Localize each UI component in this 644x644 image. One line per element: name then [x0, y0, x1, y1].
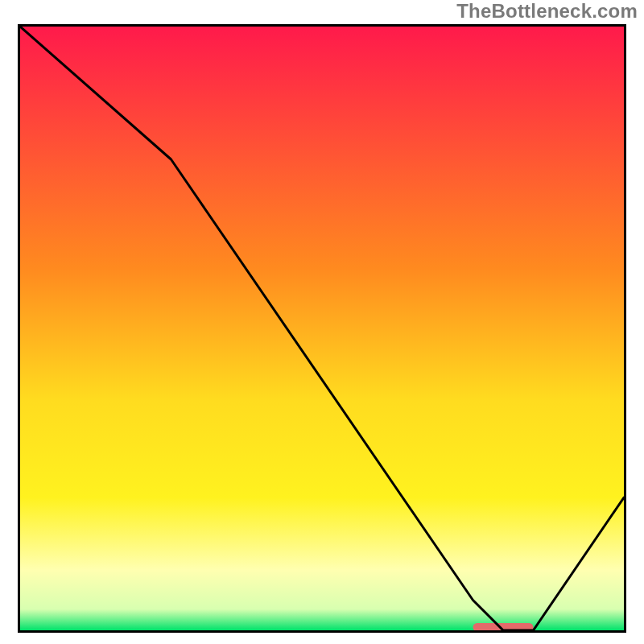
- chart-svg: [20, 27, 624, 630]
- plot-area: [18, 24, 626, 633]
- attribution-text: TheBottleneck.com: [456, 0, 638, 23]
- chart-frame: TheBottleneck.com: [0, 0, 644, 644]
- gradient-fill-rect: [20, 27, 624, 630]
